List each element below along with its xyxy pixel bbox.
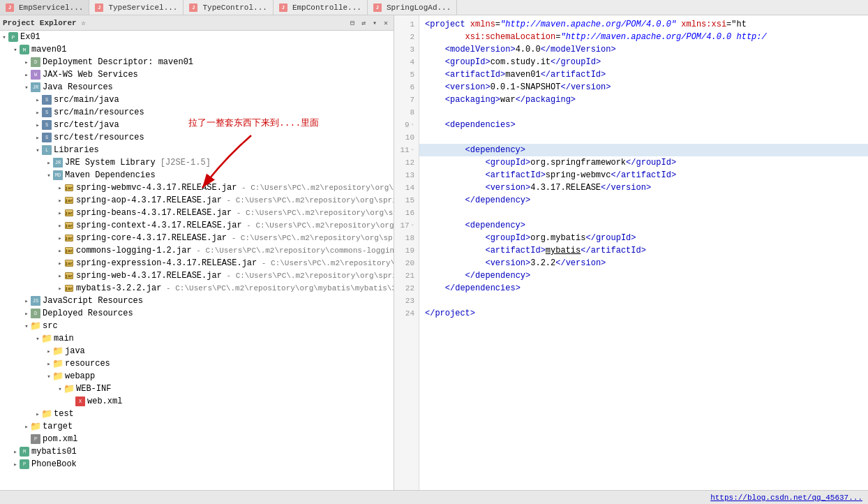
code-line-4: <groupId>com.study.it</groupId> bbox=[419, 56, 868, 68]
label-mybatis-jar: mybatis-3.2.2.jar - C:\Users\PC\.m2\repo… bbox=[76, 283, 394, 293]
tree-item-pom-xml[interactable]: P pom.xml bbox=[0, 433, 394, 445]
tree-item-commons-logging[interactable]: jar commons-logging-1.2.jar - C:\Users\P… bbox=[0, 244, 394, 257]
pom-icon: P bbox=[31, 434, 40, 444]
tree-item-spring-webmvc[interactable]: jar spring-webmvc-4.3.17.RELEASE.jar - C… bbox=[0, 181, 394, 194]
code-line-8 bbox=[419, 106, 868, 119]
tree-item-maven-deps[interactable]: MD Maven Dependencies bbox=[0, 169, 394, 181]
status-bar: https://blog.csdn.net/qq_45637... bbox=[0, 490, 868, 504]
jar-icon-spring-core: jar bbox=[64, 233, 74, 243]
tree-item-spring-aop[interactable]: jar spring-aop-4.3.17.RELEASE.jar - C:\U… bbox=[0, 194, 394, 207]
code-line-5: <artifactId>maven01</artifactId> bbox=[419, 68, 868, 81]
lib-icon-js-resources: JS bbox=[31, 296, 40, 306]
tree-item-web-xml[interactable]: X web.xml bbox=[0, 395, 394, 408]
label-deployed-res: Deployed Resources bbox=[43, 309, 133, 318]
panel-header: Project Explorer ☆ ⊟ ⇄ ▾ ✕ bbox=[0, 15, 394, 31]
arrow-jre bbox=[45, 159, 53, 167]
tree-item-src-main-java[interactable]: S src/main/java bbox=[0, 94, 394, 106]
line-num-7: 7 bbox=[398, 94, 414, 106]
folder-icon-test: 📁 bbox=[42, 409, 52, 419]
tree-item-spring-beans[interactable]: jar spring-beans-4.3.17.RELEASE.jar - C:… bbox=[0, 207, 394, 219]
tab-spring-log[interactable]: J SpringLogAd... bbox=[368, 0, 457, 15]
tree-item-web-inf[interactable]: 📁 WEB-INF bbox=[0, 383, 394, 395]
tab-type-service[interactable]: J TypeServicel... bbox=[89, 0, 184, 15]
tab-emp-service[interactable]: J EmpServicel... bbox=[0, 0, 89, 15]
mybatis-project-icon: M bbox=[20, 447, 29, 457]
line-num-13: 13 bbox=[398, 169, 414, 181]
folder-icon-java: 📁 bbox=[53, 346, 63, 356]
status-right-link[interactable]: https://blog.csdn.net/qq_45637... bbox=[710, 494, 862, 502]
tree-item-target[interactable]: 📁 target bbox=[0, 420, 394, 433]
label-src-test-java: src/test/java bbox=[54, 120, 119, 130]
tab-emp-controller[interactable]: J EmpControlle... bbox=[274, 0, 368, 15]
tree-item-spring-web[interactable]: jar spring-web-4.3.17.RELEASE.jar - C:\U… bbox=[0, 269, 394, 282]
src-icon-main-java: S bbox=[42, 95, 52, 105]
label-web-inf: WEB-INF bbox=[76, 384, 111, 394]
label-src-test-res: src/test/resources bbox=[54, 133, 144, 142]
jar-icon-spring-web: jar bbox=[64, 271, 74, 281]
tree-item-js-resources[interactable]: JS JavaScript Resources bbox=[0, 295, 394, 307]
line-num-14: 14 bbox=[398, 181, 414, 194]
line-num-18: 18 bbox=[398, 232, 414, 244]
project-tree: P Ex01 M maven01 D Deployment Descriptor… bbox=[0, 31, 394, 490]
tree-item-webapp[interactable]: 📁 webapp bbox=[0, 370, 394, 383]
tree-item-spring-context[interactable]: jar spring-context-4.3.17.RELEASE.jar - … bbox=[0, 219, 394, 232]
folder-icon-target: 📁 bbox=[31, 422, 40, 431]
label-ex01: Ex01 bbox=[20, 32, 40, 42]
line-num-2: 2 bbox=[398, 31, 414, 43]
close-panel-btn[interactable]: ✕ bbox=[381, 18, 391, 28]
tree-item-java[interactable]: 📁 java bbox=[0, 345, 394, 357]
tree-item-src-test-res[interactable]: S src/test/resources bbox=[0, 131, 394, 144]
lib-icon-jre: JR bbox=[53, 158, 63, 168]
tree-item-mybatis01[interactable]: M mybatis01 bbox=[0, 445, 394, 458]
code-line-13: <artifactId>spring-webmvc</artifactId> bbox=[419, 169, 868, 181]
line-num-20: 20 bbox=[398, 257, 414, 269]
label-js-resources: JavaScript Resources bbox=[43, 296, 143, 306]
arrow-mybatis01 bbox=[11, 448, 20, 456]
tree-item-deployed-res[interactable]: D Deployed Resources bbox=[0, 307, 394, 320]
tree-item-spring-expression[interactable]: jar spring-expression-4.3.17.RELEASE.jar… bbox=[0, 257, 394, 269]
line-num-4: 4 bbox=[398, 56, 414, 68]
tree-item-maven01[interactable]: M maven01 bbox=[0, 43, 394, 56]
tree-item-src-test-java[interactable]: S src/test/java bbox=[0, 119, 394, 131]
label-commons-logging: commons-logging-1.2.jar - C:\Users\PC\.m… bbox=[76, 246, 394, 255]
tree-item-libraries[interactable]: L Libraries bbox=[0, 144, 394, 156]
tree-item-src-main-resources[interactable]: S src/main/resources bbox=[0, 106, 394, 119]
lib-icon-java-resources: JR bbox=[31, 82, 40, 92]
line-num-21: 21 bbox=[398, 269, 414, 282]
code-line-19: <artifactId>mybatis</artifactId> bbox=[419, 244, 868, 257]
jar-icon-commons-logging: jar bbox=[64, 246, 74, 255]
view-menu-btn[interactable]: ▾ bbox=[370, 18, 380, 28]
lib-icon-libraries: L bbox=[42, 145, 52, 155]
arrow-spring-web bbox=[56, 272, 64, 280]
tree-item-main[interactable]: 📁 main bbox=[0, 332, 394, 345]
line-num-11: 11 bbox=[398, 144, 414, 156]
tree-item-mybatis-jar[interactable]: jar mybatis-3.2.2.jar - C:\Users\PC\.m2\… bbox=[0, 282, 394, 295]
tree-item-java-resources[interactable]: JR Java Resources bbox=[0, 81, 394, 94]
arrow-ex01 bbox=[0, 34, 8, 41]
line-num-8: 8 bbox=[398, 106, 414, 119]
tree-item-resources[interactable]: 📁 resources bbox=[0, 357, 394, 370]
label-mybatis01: mybatis01 bbox=[31, 447, 77, 457]
tree-item-test[interactable]: 📁 test bbox=[0, 408, 394, 420]
arrow-phonebook bbox=[11, 461, 20, 468]
tree-item-spring-core[interactable]: jar spring-core-4.3.17.RELEASE.jar - C:\… bbox=[0, 232, 394, 244]
label-web-xml: web.xml bbox=[87, 396, 122, 406]
tree-item-deploy-desc[interactable]: D Deployment Descriptor: maven01 bbox=[0, 56, 394, 68]
line-num-22: 22 bbox=[398, 282, 414, 295]
label-jre-sys: JRE System Library [J2SE-1.5] bbox=[65, 158, 211, 168]
tree-item-jax-ws[interactable]: W JAX-WS Web Services bbox=[0, 68, 394, 81]
label-resources: resources bbox=[65, 359, 110, 369]
tree-item-phonebook[interactable]: P PhoneBook bbox=[0, 458, 394, 470]
link-with-editor-btn[interactable]: ⇄ bbox=[359, 18, 368, 28]
src-icon-test-java: S bbox=[42, 120, 52, 130]
collapse-all-btn[interactable]: ⊟ bbox=[347, 18, 357, 28]
tab-type-control[interactable]: J TypeControl... bbox=[184, 0, 273, 15]
code-line-15: </dependency> bbox=[419, 194, 868, 207]
label-webapp: webapp bbox=[65, 371, 95, 381]
tree-item-src[interactable]: 📁 src bbox=[0, 320, 394, 332]
line-num-5: 5 bbox=[398, 68, 414, 81]
tree-item-jre-sys[interactable]: JR JRE System Library [J2SE-1.5] bbox=[0, 156, 394, 169]
tree-item-ex01[interactable]: P Ex01 bbox=[0, 31, 394, 43]
code-line-11: <dependency> bbox=[419, 144, 868, 156]
code-content[interactable]: <project xmlns="http://maven.apache.org/… bbox=[419, 15, 868, 490]
